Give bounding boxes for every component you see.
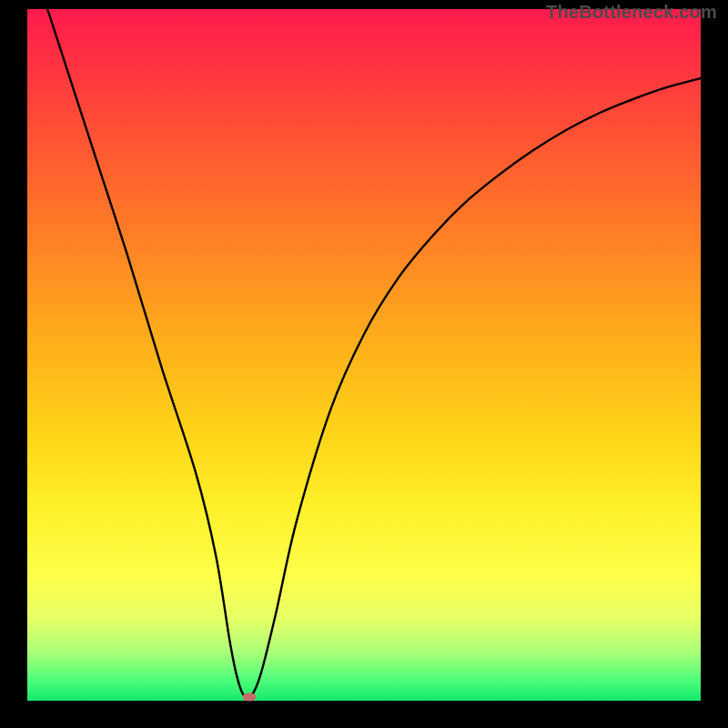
bottleneck-curve <box>47 9 701 698</box>
minimum-marker <box>243 693 257 702</box>
chart-frame: TheBottleneck.com <box>0 0 728 728</box>
chart-plot-area <box>27 9 701 701</box>
watermark-text: TheBottleneck.com <box>546 2 717 23</box>
curve-svg <box>27 9 701 701</box>
